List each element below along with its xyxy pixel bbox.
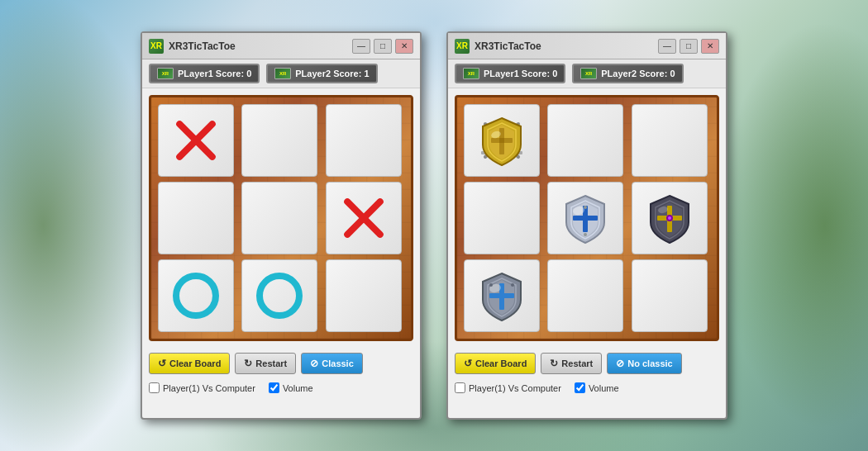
o-mark-2: [256, 273, 303, 319]
window-title-2: XR3TicTacToe: [475, 40, 653, 52]
title-bar-buttons-2: — □ ✕: [658, 39, 719, 54]
restart-btn-1[interactable]: ↻ Restart: [235, 353, 296, 374]
svg-point-21: [511, 283, 514, 287]
clear-icon-1: ↺: [158, 358, 166, 369]
window-title-1: XR3TicTacToe: [169, 40, 347, 52]
player2-score-text: PLayer2 Score: 1: [295, 69, 369, 78]
volume-label-2[interactable]: Volume: [575, 382, 619, 393]
cell-0-2[interactable]: [326, 104, 402, 177]
cell-0-0[interactable]: [158, 104, 234, 177]
controls-2: ↺ Clear Board ↻ Restart ⊘ No classic: [448, 348, 726, 379]
minimize-btn-2[interactable]: —: [658, 39, 676, 54]
close-btn-2[interactable]: ✕: [701, 39, 719, 54]
x-mark: [171, 116, 221, 165]
cell2-1-2[interactable]: [632, 182, 708, 254]
window-1: XR XR3TicTacToe — □ ✕ PLayer1 Score: 0 P…: [141, 31, 422, 420]
cell-1-2[interactable]: [326, 182, 402, 254]
cell-2-1[interactable]: [241, 259, 317, 332]
svg-rect-8: [573, 216, 598, 221]
vs-computer-checkbox-1[interactable]: [149, 382, 160, 393]
checkboxes-2: Player(1) Vs Computer Volume: [448, 379, 726, 400]
title-bar-2: XR XR3TicTacToe — □ ✕: [448, 33, 726, 59]
cell2-0-1[interactable]: [547, 104, 623, 177]
shield-dark-icon: [641, 189, 699, 247]
volume-checkbox-2[interactable]: [575, 382, 585, 393]
player2-score-badge-2: PLayer2 Score: 0: [572, 64, 683, 83]
restart-icon-1: ↻: [244, 358, 252, 369]
player1-score-text-2: PLayer1 Score: 0: [484, 69, 557, 78]
svg-point-15: [668, 216, 671, 220]
vs-computer-label-2[interactable]: Player(1) Vs Computer: [455, 382, 561, 393]
shield-silver-icon: [556, 189, 614, 247]
checkboxes-1: Player(1) Vs Computer Volume: [142, 379, 420, 400]
restart-icon-2: ↻: [550, 358, 558, 369]
svg-point-20: [489, 283, 493, 287]
no-classic-icon-2: ⊘: [616, 358, 624, 369]
cell2-2-2[interactable]: [632, 259, 708, 332]
no-classic-label-2: No classic: [627, 358, 672, 368]
cell2-2-1[interactable]: [547, 259, 623, 332]
app-icon-2: XR: [455, 39, 470, 54]
svg-point-10: [584, 206, 587, 209]
player1-score-badge: PLayer1 Score: 0: [149, 64, 260, 83]
game-grid-2: [464, 104, 710, 332]
no-classic-btn-2[interactable]: ⊘ No classic: [607, 353, 681, 374]
player2-score-badge: PLayer2 Score: 1: [266, 64, 377, 83]
score-bar-2: PLayer1 Score: 0 PLayer2 Score: 0: [448, 59, 726, 88]
cell2-1-1[interactable]: [547, 182, 623, 254]
volume-text-1: Volume: [283, 383, 313, 393]
title-bar-buttons-1: — □ ✕: [352, 39, 413, 54]
cell2-1-0[interactable]: [464, 182, 540, 254]
classic-icon-1: ⊘: [310, 358, 318, 369]
shield-blue-icon: [473, 267, 531, 325]
shield-gold-icon: [473, 112, 531, 169]
game-grid-1: [158, 104, 404, 332]
maximize-btn-1[interactable]: □: [374, 39, 392, 54]
restart-btn-2[interactable]: ↻ Restart: [541, 353, 602, 374]
controls-1: ↺ Clear Board ↻ Restart ⊘ Classic: [142, 348, 420, 379]
vs-computer-label-1[interactable]: Player(1) Vs Computer: [149, 382, 255, 393]
clear-board-label-1: Clear Board: [169, 358, 221, 368]
app-icon-1: XR: [149, 39, 164, 54]
clear-board-btn-2[interactable]: ↺ Clear Board: [455, 353, 536, 374]
classic-label-1: Classic: [322, 358, 354, 368]
maximize-btn-2[interactable]: □: [680, 39, 698, 54]
minimize-btn-1[interactable]: —: [352, 39, 370, 54]
restart-label-2: Restart: [561, 358, 593, 368]
board-2: [455, 95, 719, 341]
cell-2-2[interactable]: [326, 259, 402, 332]
o-mark-1: [173, 273, 219, 319]
player1-score-badge-2: PLayer1 Score: 0: [455, 64, 565, 83]
volume-label-1[interactable]: Volume: [269, 382, 313, 393]
cell-0-1[interactable]: [241, 104, 317, 177]
clear-icon-2: ↺: [464, 358, 472, 369]
volume-checkbox-1[interactable]: [269, 382, 279, 393]
restart-label-1: Restart: [255, 358, 287, 368]
clear-board-label-2: Clear Board: [475, 358, 527, 368]
svg-point-11: [584, 233, 587, 236]
cell-2-0[interactable]: [158, 259, 234, 332]
clear-board-btn-1[interactable]: ↺ Clear Board: [149, 353, 230, 374]
classic-btn-1[interactable]: ⊘ Classic: [301, 353, 363, 374]
player2-flag: [274, 68, 291, 79]
vs-computer-text-2: Player(1) Vs Computer: [469, 383, 561, 393]
cell2-0-0[interactable]: [464, 104, 540, 177]
score-bar-1: PLayer1 Score: 0 PLayer2 Score: 1: [142, 59, 420, 88]
player1-score-text: PLayer1 Score: 0: [178, 69, 251, 78]
player1-flag: [157, 68, 174, 79]
vs-computer-text-1: Player(1) Vs Computer: [163, 383, 255, 393]
x-mark-2: [339, 193, 389, 243]
player2-flag-2: [580, 68, 597, 79]
cell2-0-2[interactable]: [632, 104, 708, 177]
cell-1-0[interactable]: [158, 182, 234, 254]
player1-flag-2: [463, 68, 479, 79]
cell-1-1[interactable]: [241, 182, 317, 254]
cell2-2-0[interactable]: [464, 259, 540, 332]
vs-computer-checkbox-2[interactable]: [455, 382, 465, 393]
board-1: [149, 95, 413, 341]
close-btn-1[interactable]: ✕: [395, 39, 413, 54]
volume-text-2: Volume: [589, 383, 619, 393]
title-bar-1: XR XR3TicTacToe — □ ✕: [142, 33, 420, 59]
window-2: XR XR3TicTacToe — □ ✕ PLayer1 Score: 0 P…: [446, 31, 727, 420]
svg-rect-5: [491, 138, 513, 143]
